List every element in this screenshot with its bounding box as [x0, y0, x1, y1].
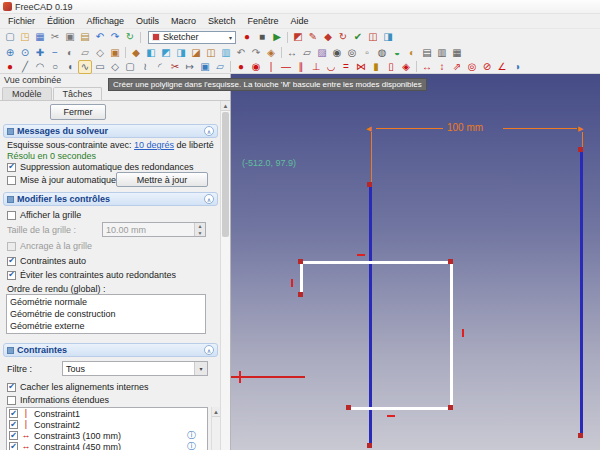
- point-on-object-constraint-icon[interactable]: ◉: [249, 60, 263, 74]
- merge-sketches-icon[interactable]: ◫: [366, 30, 380, 44]
- show-selection-icon[interactable]: ◎: [345, 46, 359, 60]
- line-icon[interactable]: ╱: [18, 60, 32, 74]
- sketch-edge[interactable]: [450, 261, 453, 410]
- fit-all-icon[interactable]: ⊕: [3, 46, 17, 60]
- origin-cross-icon[interactable]: [239, 371, 241, 383]
- toggle-transparency-icon[interactable]: ◍: [375, 46, 389, 60]
- symmetric-constraint-icon[interactable]: ⋈: [354, 60, 368, 74]
- macro-execute-icon[interactable]: ▶: [270, 30, 284, 44]
- bottom-view-icon[interactable]: ◫: [204, 46, 218, 60]
- sketch-vertex[interactable]: [448, 405, 453, 410]
- sketch-edge[interactable]: [300, 261, 453, 264]
- distance-icon[interactable]: ⇗: [450, 60, 464, 74]
- zoom-out-icon[interactable]: −: [48, 46, 62, 60]
- constraint-row[interactable]: ✔ ↔ Constraint3 (100 mm) ⓘ: [7, 430, 207, 441]
- menu-item[interactable]: Fichier: [2, 15, 41, 27]
- internal-alignment-constraint-icon[interactable]: ◈: [399, 60, 413, 74]
- section-header-constraints[interactable]: Contraintes ∧: [3, 343, 218, 357]
- lock-constraint-icon[interactable]: ▮: [369, 60, 383, 74]
- orthographic-icon[interactable]: ▱: [78, 46, 92, 60]
- 3d-viewport[interactable]: (-512.0, 97.9) ◀ 100 mm ▶: [231, 74, 600, 450]
- update-button[interactable]: Mettre à jour: [116, 172, 208, 187]
- construction-mode-icon[interactable]: ▱: [213, 60, 227, 74]
- angle-icon[interactable]: ∠: [495, 60, 509, 74]
- macro-record-icon[interactable]: ●: [240, 30, 254, 44]
- sketch-edge[interactable]: [300, 261, 303, 295]
- parallel-constraint-icon[interactable]: ∥: [294, 60, 308, 74]
- horizontal-constraint-marker[interactable]: [357, 254, 365, 256]
- dimension-line[interactable]: [503, 128, 577, 129]
- hide-internal-checkbox[interactable]: ✔: [7, 383, 16, 392]
- undo-icon[interactable]: ↶: [93, 30, 107, 44]
- menu-item[interactable]: Édition: [41, 15, 81, 27]
- collapse-button[interactable]: ∧: [204, 345, 214, 355]
- dimension-label[interactable]: 100 mm: [447, 122, 483, 133]
- arc-icon[interactable]: ◠: [33, 60, 47, 74]
- external-geometry-icon[interactable]: ▣: [198, 60, 212, 74]
- toggle-driving-constraint-icon[interactable]: ◑: [510, 60, 524, 74]
- spin-down-icon[interactable]: ▼: [195, 230, 205, 237]
- render-order-item[interactable]: Géométrie normale: [7, 296, 205, 308]
- bounding-box-icon[interactable]: ▦: [450, 46, 464, 60]
- tab-model[interactable]: Modèle: [2, 87, 52, 100]
- trim-icon[interactable]: ✂: [168, 60, 182, 74]
- left-view-icon[interactable]: ▥: [219, 46, 233, 60]
- draw-style-icon[interactable]: ◐: [63, 46, 77, 60]
- create-sketch-icon[interactable]: ◩: [291, 30, 305, 44]
- constraint-checkbox[interactable]: ✔: [9, 431, 18, 440]
- perpendicular-constraint-icon[interactable]: ⊥: [309, 60, 323, 74]
- extended-info-checkbox[interactable]: ✔: [7, 396, 16, 405]
- scroll-up-icon[interactable]: ▲: [212, 407, 220, 417]
- conic-icon[interactable]: ◖: [63, 60, 77, 74]
- perspective-icon[interactable]: ◇: [93, 46, 107, 60]
- auto-update-checkbox[interactable]: ✔: [7, 176, 16, 185]
- panel-scrollbar[interactable]: ▲: [220, 101, 230, 450]
- rectangle-icon[interactable]: ▭: [93, 60, 107, 74]
- save-icon[interactable]: ▦: [33, 30, 47, 44]
- menu-item[interactable]: Fenêtre: [241, 15, 284, 27]
- rotate-left-icon[interactable]: ↶: [234, 46, 248, 60]
- circle-icon[interactable]: ○: [48, 60, 62, 74]
- vertical-distance-icon[interactable]: ↕: [435, 60, 449, 74]
- sketch-edge-blue[interactable]: [580, 149, 583, 436]
- constraint-checkbox[interactable]: ✔: [9, 409, 18, 418]
- paste-icon[interactable]: ▤: [78, 30, 92, 44]
- diameter-icon[interactable]: ⊘: [480, 60, 494, 74]
- tangent-constraint-icon[interactable]: ◡: [324, 60, 338, 74]
- fillet-icon[interactable]: ◜: [153, 60, 167, 74]
- point-icon[interactable]: ●: [3, 60, 17, 74]
- sketch-vertex[interactable]: [367, 443, 372, 448]
- dimension-line[interactable]: [376, 128, 443, 129]
- info-icon[interactable]: ⓘ: [187, 440, 196, 450]
- edit-sketch-icon[interactable]: ✎: [306, 30, 320, 44]
- axonometric-view-icon[interactable]: ◈: [264, 46, 278, 60]
- close-task-button[interactable]: Fermer: [50, 104, 106, 120]
- menu-item[interactable]: Sketch: [202, 15, 242, 27]
- polyline-icon[interactable]: ∿: [78, 60, 92, 74]
- section-header-solver[interactable]: Messages du solveur ∧: [3, 124, 218, 138]
- auto-constraints-checkbox[interactable]: ✔: [7, 257, 16, 266]
- scroll-up-icon[interactable]: ▲: [221, 101, 230, 111]
- slot-icon[interactable]: ▢: [123, 60, 137, 74]
- dof-link[interactable]: 10 degrés: [134, 140, 174, 150]
- x-axis[interactable]: [231, 376, 305, 378]
- show-grid-checkbox[interactable]: ✔: [7, 211, 16, 220]
- grid-size-stepper[interactable]: 10.00 mm ▲▼: [102, 222, 206, 237]
- horizontal-constraint-icon[interactable]: ―: [279, 60, 293, 74]
- toggle-visibility-icon[interactable]: ◉: [330, 46, 344, 60]
- vertical-constraint-marker[interactable]: [291, 279, 293, 287]
- workbench-selector[interactable]: Sketcher ▾: [148, 31, 236, 44]
- cut-icon[interactable]: ✂: [48, 30, 62, 44]
- stepper-arrows[interactable]: ▲▼: [194, 223, 205, 236]
- section-header-edit-controls[interactable]: Modifier les contrôles ∧: [3, 192, 218, 206]
- front-view-icon[interactable]: ◧: [144, 46, 158, 60]
- right-view-icon[interactable]: ◨: [174, 46, 188, 60]
- coincident-constraint-icon[interactable]: ●: [234, 60, 248, 74]
- menu-item[interactable]: Macro: [165, 15, 202, 27]
- zoom-in-icon[interactable]: ✚: [33, 46, 47, 60]
- clipping-plane-icon[interactable]: ▱: [300, 46, 314, 60]
- reorient-sketch-icon[interactable]: ↻: [336, 30, 350, 44]
- render-order-item[interactable]: Géométrie externe: [7, 320, 205, 332]
- sketch-vertex[interactable]: [298, 259, 303, 264]
- copy-icon[interactable]: ▣: [63, 30, 77, 44]
